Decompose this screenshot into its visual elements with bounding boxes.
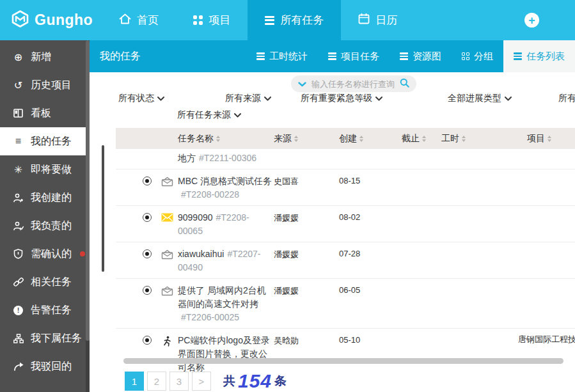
search-input[interactable] [311,79,395,89]
filter-status[interactable]: 所有状态 [118,93,164,104]
page-button-3[interactable]: 3 [169,372,189,391]
logo[interactable]: Gungho [12,0,93,40]
task-created: 08-15 [339,175,402,185]
add-button[interactable]: + [524,13,539,27]
sidebar-item-alert-tasks[interactable]: ! 告警任务 [0,296,90,324]
column-header-created[interactable]: 创建 [339,133,402,145]
task-name[interactable]: xiawukaihui [178,249,224,259]
column-header-project[interactable]: 项目 [518,133,575,145]
filter-label: 全部进展类型 [448,93,501,104]
table-row[interactable]: xiawukaihui#T2207-00490 潘媛媛 07-28 [116,242,575,279]
topbar: Gungho 首页 项目 所有任务 日历 + [0,0,575,40]
column-header-task-name[interactable]: 任务名称 [178,133,274,145]
task-name[interactable]: MBC 消息格式测试任务 [178,176,272,186]
horizontal-scrollbar-thumb[interactable] [123,358,563,364]
radio-icon[interactable] [143,336,152,345]
filter-label: 所有 [558,93,575,104]
tab-project-tasks[interactable]: 项目任务 [318,40,390,72]
radio-icon[interactable] [143,176,152,185]
table-row[interactable]: 提供了 局域网内2台机器间的高速文件对拷#T2206-00025 潘媛媛 06-… [116,279,575,329]
forward-arrow-icon [12,362,24,371]
table-row[interactable]: MBC 消息格式测试任务#T2208-00228 史国喜 08-15 [116,169,575,206]
column-header-source[interactable]: 来源 [274,133,339,145]
page-button-1[interactable]: 1 [125,372,144,391]
sort-icon [422,136,426,142]
total-suffix: 条 [274,373,287,389]
sidebar-item-upcoming[interactable]: ✳ 即将要做 [0,155,90,184]
sort-icon [462,136,466,142]
envelope-open-icon [161,176,173,189]
table-row[interactable]: 9099090#T2208-00065 潘媛媛 08-02 [116,206,575,242]
task-created: 06-05 [339,284,402,295]
subheader: 我的任务 工时统计 项目任务 资源图 分组 任务列表 [90,40,575,72]
logo-text: Gungho [35,12,93,29]
tab-resource-map[interactable]: 资源图 [390,40,452,72]
task-name[interactable]: 提供了 局域网内2台机器间的高速文件对拷 [178,285,266,309]
list-scrollbar-thumb[interactable] [102,145,104,272]
tab-worktime-stats[interactable]: 工时统计 [246,40,318,72]
nav-label: 项目 [209,13,230,27]
sidebar-item-label: 新增 [31,51,51,64]
sidebar-item-label: 我的任务 [31,135,72,148]
radio-icon[interactable] [143,249,152,258]
sidebar-item-subordinate-tasks[interactable]: 我下属任务 [0,324,90,352]
filter-progress-type[interactable]: 全部进展类型 [448,93,512,104]
sidebar-item-label: 告警任务 [31,304,72,317]
sidebar-item-related[interactable]: 相关任务 [0,268,90,296]
task-table: 任务名称 来源 创建 截止 工时 项目 地方#T2211-00306 [116,128,575,378]
column-header-due[interactable]: 截止 [402,133,441,145]
page-button-2[interactable]: 2 [147,372,166,391]
nav-calendar[interactable]: 日历 [341,0,414,40]
nav-all-tasks[interactable]: 所有任务 [248,0,341,40]
sidebar-item-my-tasks[interactable]: ≡ 我的任务 [0,127,90,155]
sidebar-item-history-projects[interactable]: ↺ 历史项目 [0,71,90,99]
nav-home[interactable]: 首页 [102,0,176,40]
filter-clipped[interactable]: 所有 [558,93,575,104]
sidebar-item-new[interactable]: ⊕ 新增 [0,43,90,71]
task-name[interactable]: PC端软件内logo及登录界面图片替换，更改公司名称 [178,335,270,372]
nav-projects[interactable]: 项目 [176,0,248,40]
tab-task-list[interactable]: 任务列表 [503,40,575,72]
gungho-logo-icon [12,10,29,30]
envelope-yellow-icon [161,213,173,224]
runner-icon [162,336,172,349]
task-hours [441,152,518,153]
search-icon[interactable] [400,78,409,90]
home-icon [119,13,131,27]
task-created: 07-28 [339,247,402,258]
task-due [402,284,441,285]
sidebar-item-rejected-by-me[interactable]: 我驳回的 [0,352,90,380]
tab-label: 资源图 [413,51,441,63]
pagination: 1 2 3 > 共 154 条 [125,370,287,392]
tab-label: 任务列表 [526,51,565,63]
task-source: 潘媛媛 [274,211,339,224]
filter-task-source[interactable]: 所有任务来源 [177,109,241,121]
radio-icon[interactable] [143,286,152,295]
person-plus-icon [12,193,24,203]
chevron-down-icon[interactable] [298,78,306,90]
filter-source[interactable]: 所有来源 [225,93,271,104]
table-row[interactable]: 地方#T2211-00306 [116,149,575,169]
sidebar-item-label: 我创建的 [31,191,72,205]
filter-priority[interactable]: 所有重要紧急等级 [301,93,382,104]
sidebar-item-label: 我驳回的 [31,360,72,373]
sidebar-item-kanban[interactable]: 看板 [0,99,90,127]
next-page-button[interactable]: > [192,372,211,391]
sidebar-item-created-by-me[interactable]: 我创建的 [0,184,90,212]
page-title: 我的任务 [100,50,141,63]
task-created: 05-10 [339,334,402,345]
task-name[interactable]: 地方 [178,153,196,163]
column-header-hours[interactable]: 工时 [441,133,518,145]
total-number: 154 [238,370,272,392]
sidebar-item-needs-confirm[interactable]: 需确认的 [0,240,90,268]
sidebar-item-owned-by-me[interactable]: 我负责的 [0,212,90,240]
task-name[interactable]: 9099090 [178,212,213,223]
calendar-icon [358,13,370,27]
list-icon [514,52,522,60]
task-hours [441,284,518,285]
search-bar[interactable] [291,75,416,92]
task-id: #T2211-00306 [199,153,256,163]
radio-icon[interactable] [143,213,152,222]
tab-grouping[interactable]: 分组 [452,40,503,72]
caret-down-icon [157,97,164,101]
